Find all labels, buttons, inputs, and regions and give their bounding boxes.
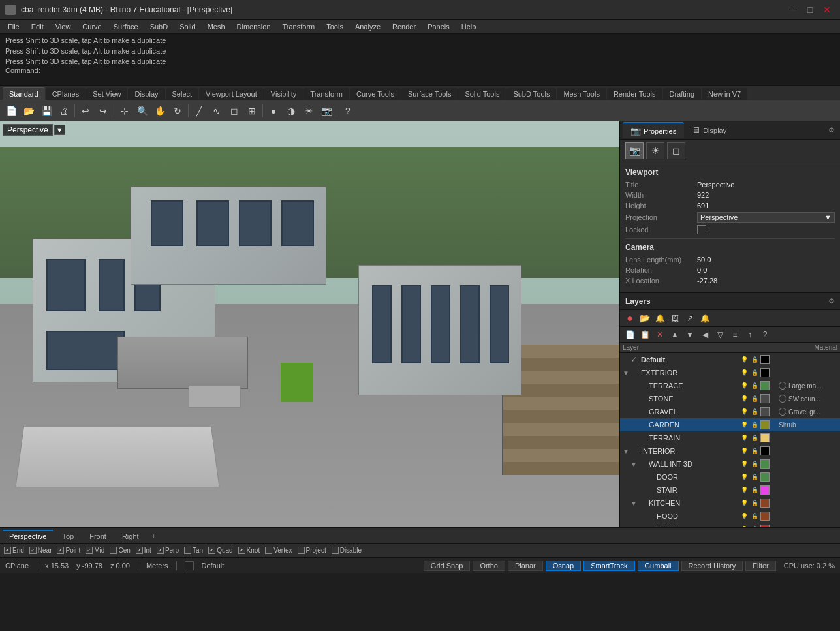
- menu-analyze[interactable]: Analyze: [350, 22, 386, 32]
- panel-gear-button[interactable]: ⚙: [826, 123, 837, 137]
- snap-item-knot[interactable]: Knot: [238, 547, 260, 554]
- line-button[interactable]: ╱: [191, 102, 208, 119]
- layer-color-exterior[interactable]: [760, 368, 770, 377]
- layer-color-interior[interactable]: [760, 446, 770, 455]
- layer-row-hood[interactable]: ▶ HOOD 💡 🔒: [620, 510, 840, 523]
- help-layer-btn[interactable]: ?: [758, 328, 772, 342]
- snap-cb-quad[interactable]: [208, 547, 215, 554]
- menu-surface[interactable]: Surface: [108, 22, 144, 32]
- sort-btn[interactable]: ≡: [728, 328, 742, 342]
- toolbar-tab-standard[interactable]: Standard: [3, 87, 45, 100]
- snap-cb-near[interactable]: [29, 547, 37, 554]
- layer-vis-icon-hood[interactable]: 💡: [739, 512, 749, 521]
- layer-lock-icon-default[interactable]: 🔒: [750, 355, 759, 364]
- layer-lock-icon-stone[interactable]: 🔒: [750, 394, 759, 403]
- bell-btn[interactable]: 🔔: [653, 311, 667, 326]
- layer-color-wall_int_3d[interactable]: [760, 459, 770, 469]
- snap-item-disable[interactable]: Disable: [332, 547, 362, 554]
- snap-cb-end[interactable]: [4, 547, 11, 554]
- copy-layer-btn[interactable]: 📋: [638, 328, 652, 342]
- snap-item-end[interactable]: End: [4, 547, 24, 554]
- layer-vis-icon-door[interactable]: 💡: [739, 472, 749, 482]
- layer-vis-icon-exterior[interactable]: 💡: [739, 368, 749, 377]
- menu-panels[interactable]: Panels: [422, 22, 455, 32]
- menu-mesh[interactable]: Mesh: [202, 22, 230, 32]
- layer-row-wall_int_3d[interactable]: ▼ WALL INT 3D 💡 🔒: [620, 457, 840, 470]
- layer-row-kitchen[interactable]: ▼ KITCHEN 💡 🔒: [620, 497, 840, 510]
- snap-item-point[interactable]: Point: [57, 547, 80, 554]
- import-btn[interactable]: ↑: [743, 328, 757, 342]
- toolbar-tab-set-view[interactable]: Set View: [86, 88, 127, 100]
- snap-item-vertex[interactable]: Vertex: [265, 547, 292, 554]
- snap-item-near[interactable]: Near: [29, 547, 52, 554]
- layer-vis-icon-terrain[interactable]: 💡: [739, 433, 749, 442]
- zoom-button[interactable]: 🔍: [134, 102, 151, 119]
- print-button[interactable]: 🖨: [55, 102, 72, 119]
- osnap-btn-filter[interactable]: Filter: [745, 561, 775, 571]
- layer-vis-icon-stair[interactable]: 💡: [739, 485, 749, 495]
- menu-tools[interactable]: Tools: [321, 22, 349, 32]
- layer-vis-icon-default[interactable]: 💡: [739, 355, 749, 364]
- osnap-btn-grid-snap[interactable]: Grid Snap: [424, 561, 471, 571]
- snap-item-quad[interactable]: Quad: [208, 547, 232, 554]
- move-btn[interactable]: ↗: [683, 311, 697, 326]
- pan-button[interactable]: ✋: [151, 102, 168, 119]
- toolbar-tab-surface-tools[interactable]: Surface Tools: [401, 88, 458, 100]
- camera-props-btn[interactable]: 📷: [625, 142, 644, 159]
- undo-button[interactable]: ↩: [77, 102, 94, 119]
- layer-color-hood[interactable]: [760, 512, 770, 521]
- layer-lock-icon-gravel[interactable]: 🔒: [750, 407, 759, 416]
- layer-color-gravel[interactable]: [760, 407, 770, 416]
- material-button[interactable]: ◑: [283, 102, 300, 119]
- snap-item-int[interactable]: Int: [136, 547, 151, 554]
- merge-btn[interactable]: ◀: [698, 328, 712, 342]
- snap-cb-perp[interactable]: [157, 547, 164, 554]
- layer-lock-icon-interior[interactable]: 🔒: [750, 446, 759, 455]
- menu-subd[interactable]: SubD: [145, 22, 174, 32]
- layer-color-door[interactable]: [760, 472, 770, 482]
- open-folder-btn[interactable]: 📂: [638, 311, 652, 326]
- layer-expand-interior[interactable]: ▼: [623, 448, 630, 455]
- layer-expand-wall_int_3d[interactable]: ▼: [630, 461, 638, 468]
- help-button[interactable]: ?: [339, 102, 356, 119]
- menu-curve[interactable]: Curve: [77, 22, 106, 32]
- osnap-btn-ortho[interactable]: Ortho: [473, 561, 505, 571]
- sun-props-btn[interactable]: ☀: [646, 142, 664, 159]
- new-sub-layer-btn[interactable]: 📄: [623, 328, 637, 342]
- layer-row-stair[interactable]: ▶ STAIR 💡 🔒: [620, 484, 840, 497]
- menu-edit[interactable]: Edit: [26, 22, 49, 32]
- vp-tab-front[interactable]: Front: [83, 530, 113, 542]
- layer-lock-icon-garden[interactable]: 🔒: [750, 420, 759, 429]
- toolbar-tab-drafting[interactable]: Drafting: [663, 88, 702, 100]
- toolbar-tab-transform[interactable]: Transform: [303, 88, 349, 100]
- select-button[interactable]: ⊹: [116, 102, 133, 119]
- new-button[interactable]: 📄: [3, 102, 20, 119]
- layer-vis-icon-terrace[interactable]: 💡: [739, 381, 749, 390]
- layer-row-garden[interactable]: ▶ GARDEN 💡 🔒 Shrub: [620, 418, 840, 431]
- snap-cb-mid[interactable]: [86, 547, 93, 554]
- layer-lock-icon-kitchen[interactable]: 🔒: [750, 499, 759, 508]
- layer-color-garden[interactable]: [760, 420, 770, 429]
- down-btn[interactable]: ▼: [683, 328, 697, 342]
- toolbar-tab-render-tools[interactable]: Render Tools: [607, 88, 662, 100]
- layer-row-door[interactable]: ▶ DOOR 💡 🔒: [620, 470, 840, 484]
- tab-properties[interactable]: 📷 Properties: [623, 122, 684, 138]
- menu-help[interactable]: Help: [456, 22, 482, 32]
- image-btn[interactable]: 🖼: [668, 311, 682, 326]
- layer-color-kitchen[interactable]: [760, 499, 770, 508]
- layer-row-gravel[interactable]: ▶ GRAVEL 💡 🔒 Gravel gr...: [620, 405, 840, 418]
- osnap-btn-gumball[interactable]: Gumball: [638, 561, 679, 571]
- up-btn[interactable]: ▲: [668, 328, 682, 342]
- snap-item-mid[interactable]: Mid: [86, 547, 104, 554]
- layer-row-default[interactable]: ▶ ✓ Default 💡 🔒: [620, 353, 840, 366]
- layer-color-furn[interactable]: [760, 525, 770, 527]
- snap-cb-tan[interactable]: [184, 547, 191, 554]
- viewport[interactable]: Perspective ▼: [0, 121, 619, 527]
- layer-lock-icon-stair[interactable]: 🔒: [750, 485, 759, 495]
- vp-add-tab[interactable]: +: [148, 531, 160, 541]
- curve-button[interactable]: ∿: [208, 102, 225, 119]
- snap-item-perp[interactable]: Perp: [157, 547, 179, 554]
- menu-solid[interactable]: Solid: [174, 22, 200, 32]
- display-props-btn[interactable]: ◻: [667, 142, 685, 159]
- layer-row-terrace[interactable]: ▶ TERRACE 💡 🔒 Large ma...: [620, 379, 840, 392]
